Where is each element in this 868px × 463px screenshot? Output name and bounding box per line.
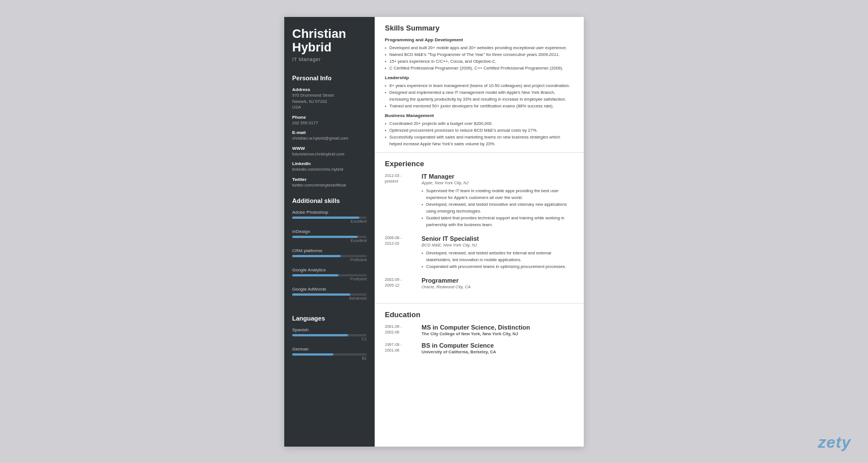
lang-bar-fill (292, 353, 333, 356)
languages-section: Languages Spanish C1 German B2 (284, 309, 375, 369)
skill-bar-bg (292, 274, 367, 276)
skills-bullet: 8+ years experience in team management (… (385, 83, 574, 89)
skill-bar-fill (292, 217, 359, 219)
skill-bar-bg (292, 293, 367, 296)
edu-degree: BS in Computer Science (422, 342, 496, 349)
skills-category: Business ManagementCoordinated 20+ proje… (385, 113, 574, 148)
www-value: futureisnow.chrishybrid.com (292, 152, 367, 158)
address-label: Address (292, 87, 367, 92)
exp-company: Apple, New York City, NJ (422, 180, 574, 185)
linkedin-label: LinkedIn (292, 161, 367, 166)
education-item: 2001-09 - 2002-06MS in Computer Science,… (385, 324, 574, 336)
exp-dates: 2002-09 - 2005-12 (385, 277, 416, 292)
skills-bullet: Trained and mentored 50+ junior develope… (385, 103, 574, 110)
lang-name: German (292, 347, 367, 352)
lang-bar-bg (292, 353, 367, 356)
skill-level: Proficient (292, 277, 367, 281)
exp-job-title: IT Manager (422, 173, 574, 180)
skill-bar-bg (292, 255, 367, 257)
lang-level: C1 (292, 337, 367, 341)
skills-bars: Adobe Photoshop Excellent InDesign Excel… (292, 210, 367, 300)
zety-watermark: zety (818, 434, 851, 452)
lang-bar-fill (292, 334, 348, 336)
exp-bullet: Guided talent that provides technical su… (422, 215, 574, 228)
language-bars: Spanish C1 German B2 (292, 327, 367, 360)
experience-item: 2002-09 - 2005-12ProgrammerOracle, Redwo… (385, 277, 574, 292)
skills-bullet: Successfully cooperated with sales and m… (385, 134, 574, 148)
exp-company: BCD M&E, New York City, NJ (422, 243, 574, 248)
exp-bullet: Supervised the IT team in creating mobil… (422, 188, 574, 201)
skills-category: Leadership8+ years experience in team ma… (385, 75, 574, 110)
edu-dates: 2001-09 - 2002-06 (385, 324, 416, 336)
phone-value: 202 555 0177 (292, 120, 367, 127)
skills-bullet: Coordinated 20+ projects with a budget o… (385, 120, 574, 127)
skill-bar-bg (292, 217, 367, 219)
edu-dates: 1997-09 - 2001-06 (385, 342, 416, 354)
skill-level: Proficient (292, 258, 367, 262)
education-section: Education 2001-09 - 2002-06MS in Compute… (375, 304, 584, 365)
exp-dates: 2012-03 - present (385, 173, 416, 228)
education-item: 1997-09 - 2001-06BS in Computer ScienceU… (385, 342, 574, 354)
languages-title: Languages (292, 315, 367, 323)
exp-bullet: Developed, reviewed, and tested websites… (422, 250, 574, 263)
twitter-value: twitter.com/chrishybridofficial (292, 183, 367, 189)
edu-school: The City College of New York, New York C… (422, 331, 530, 336)
job-title: IT Manager (292, 57, 367, 62)
address-line2: Newark, NJ 07102 (292, 99, 367, 105)
skills-summary-content: Programming and App DevelopmentDeveloped… (385, 37, 574, 148)
education-title: Education (385, 310, 574, 320)
skill-name: InDesign (292, 229, 367, 234)
skills-bullet: Optimized procurement processes to reduc… (385, 127, 574, 134)
skills-summary-title: Skills Summary (385, 24, 574, 33)
skill-name: Google AdWords (292, 287, 367, 292)
skills-bullet: Designed and implemented a new IT manage… (385, 89, 574, 103)
www-label: WWW (292, 146, 367, 151)
skill-level: Advanced (292, 296, 367, 300)
exp-job-title: Senior IT Specialist (422, 235, 574, 242)
sidebar-header: Christian Hybrid IT Manager (284, 17, 375, 69)
skill-name: Google Analytics (292, 267, 367, 272)
exp-bullet: Developed, reviewed, and tested innovati… (422, 201, 574, 215)
sidebar: Christian Hybrid IT Manager Personal Inf… (284, 17, 375, 447)
address-line1: 970 Drummond Street (292, 93, 367, 99)
lang-item: German B2 (292, 347, 367, 360)
skill-item: CRM platforms Proficient (292, 248, 367, 262)
education-content: 2001-09 - 2002-06MS in Computer Science,… (385, 324, 574, 354)
resume-document: Christian Hybrid IT Manager Personal Inf… (284, 17, 584, 447)
experience-item: 2006-08 - 2012-02Senior IT SpecialistBCD… (385, 235, 574, 270)
exp-bullet: Cooperated with procurement teams in opt… (422, 263, 574, 270)
skills-bullet: C Certified Professional Programmer (200… (385, 65, 574, 72)
skills-category-title: Business Management (385, 113, 574, 118)
skills-category-title: Leadership (385, 75, 574, 80)
last-name: Hybrid (292, 41, 367, 54)
experience-title: Experience (385, 159, 574, 169)
experience-item: 2012-03 - presentIT ManagerApple, New Yo… (385, 173, 574, 228)
personal-info-title: Personal Info (292, 75, 367, 83)
exp-company: Oracle, Redwood City, CA (422, 284, 471, 289)
lang-level: B2 (292, 356, 367, 360)
skill-bar-fill (292, 236, 358, 238)
email-label: E-mail (292, 130, 367, 135)
additional-skills-title: Additional skills (292, 197, 367, 205)
skills-summary-section: Skills Summary Programming and App Devel… (375, 17, 584, 153)
skill-item: Adobe Photoshop Excellent (292, 210, 367, 223)
additional-skills-section: Additional skills Adobe Photoshop Excell… (284, 192, 375, 309)
lang-item: Spanish C1 (292, 327, 367, 341)
skill-bar-fill (292, 293, 350, 296)
skill-level: Excellent (292, 219, 367, 223)
skills-bullet: 15+ years experience in C/C++, Cocoa, an… (385, 58, 574, 65)
experience-content: 2012-03 - presentIT ManagerApple, New Yo… (385, 173, 574, 292)
address-line3: USA (292, 105, 367, 111)
edu-content: BS in Computer ScienceUniversity of Cali… (422, 342, 496, 354)
twitter-label: Twitter (292, 177, 367, 182)
skill-bar-fill (292, 255, 341, 257)
main-content: Skills Summary Programming and App Devel… (375, 17, 584, 447)
exp-job-title: Programmer (422, 277, 471, 284)
linkedin-value: linkedin.com/in/chris-hybrid (292, 167, 367, 173)
skill-name: Adobe Photoshop (292, 210, 367, 215)
skills-category: Programming and App DevelopmentDeveloped… (385, 37, 574, 72)
lang-name: Spanish (292, 327, 367, 332)
skill-item: InDesign Excellent (292, 229, 367, 243)
skills-bullet: Named BCD M&E's "Top Programmer of The Y… (385, 51, 574, 58)
skill-level: Excellent (292, 239, 367, 243)
